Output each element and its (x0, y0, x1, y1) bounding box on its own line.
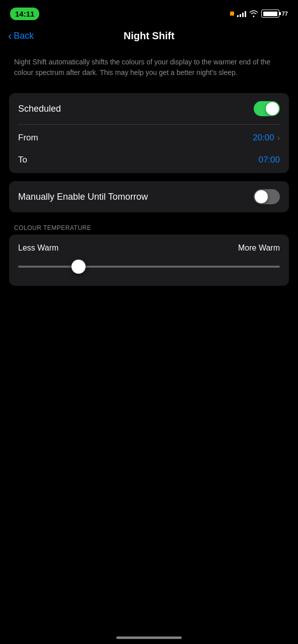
page-title: Night Shift (123, 30, 174, 42)
manual-enable-row: Manually Enable Until Tomorrow (9, 181, 289, 212)
temp-slider-thumb[interactable] (71, 260, 86, 274)
signal-bar-3 (242, 13, 244, 17)
to-right: 07:00 (258, 155, 280, 165)
battery-fill (263, 12, 277, 16)
from-row[interactable]: From 20:00 › (9, 127, 289, 149)
from-right: 20:00 › (253, 133, 280, 143)
manual-enable-toggle-knob (255, 190, 268, 203)
schedule-rows: From 20:00 › To 07:00 (9, 125, 289, 173)
to-row[interactable]: To 07:00 (9, 149, 289, 171)
from-label: From (18, 133, 38, 143)
battery-container: 77 (261, 10, 288, 18)
status-bar: 14:11 77 (0, 0, 298, 25)
description-text: Night Shift automatically shifts the col… (0, 52, 298, 93)
orange-dot-icon (230, 12, 234, 16)
header: ‹ Back Night Shift (0, 25, 298, 52)
scheduled-toggle-knob (266, 102, 279, 115)
scheduled-label: Scheduled (18, 104, 61, 114)
signal-bar-1 (237, 15, 239, 17)
signal-bar-2 (240, 14, 241, 17)
manual-enable-label: Manually Enable Until Tomorrow (18, 192, 148, 202)
colour-temp-section-label: COLOUR TEMPERATURE (0, 220, 298, 234)
back-label: Back (14, 31, 34, 41)
more-warm-label: More Warm (238, 244, 280, 253)
from-chevron-icon: › (277, 133, 280, 142)
wifi-icon (249, 10, 258, 17)
temp-slider-container[interactable] (18, 260, 280, 274)
back-button[interactable]: ‹ Back (8, 31, 34, 42)
battery-cap (279, 12, 281, 15)
to-time: 07:00 (258, 155, 280, 165)
to-label: To (18, 155, 27, 165)
home-indicator (116, 636, 182, 639)
temp-slider-track (18, 266, 280, 268)
colour-temp-card: Less Warm More Warm (9, 234, 289, 286)
status-time: 14:11 (10, 8, 39, 20)
status-icons: 77 (230, 10, 288, 18)
battery-level: 77 (282, 11, 288, 17)
manual-enable-card: Manually Enable Until Tomorrow (9, 181, 289, 212)
battery-icon (261, 10, 279, 18)
scheduled-card: Scheduled From 20:00 › To 07:00 (9, 93, 289, 173)
manual-enable-toggle[interactable] (254, 189, 280, 204)
less-warm-label: Less Warm (18, 244, 58, 253)
scheduled-toggle[interactable] (254, 101, 280, 116)
signal-icon (237, 10, 246, 17)
from-time: 20:00 (253, 133, 274, 143)
signal-bar-4 (245, 11, 246, 17)
back-chevron-icon: ‹ (8, 31, 12, 42)
scheduled-row: Scheduled (9, 93, 289, 124)
temp-labels: Less Warm More Warm (18, 244, 280, 253)
